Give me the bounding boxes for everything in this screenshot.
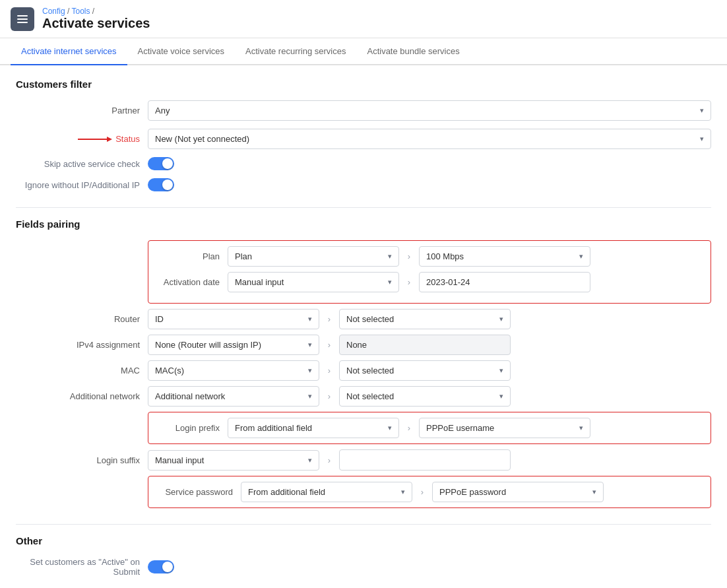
service-password-left-value: From additional field [248,487,325,497]
service-password-arrow-icon: › [412,487,432,497]
mac-row: MAC MAC(s) ▾ › Not selected ▾ [16,360,711,381]
ignore-ip-row: Ignore without IP/Additional IP [16,178,711,191]
additional-network-left-chevron: ▾ [308,392,312,401]
login-prefix-arrow-icon: › [399,423,419,433]
plan-right-chevron: ▾ [579,252,583,261]
plan-left-value: Plan [235,251,252,261]
tab-recurring[interactable]: Activate recurring services [235,38,356,65]
login-prefix-left-chevron: ▾ [388,424,392,432]
mac-left-select[interactable]: MAC(s) ▾ [148,360,319,381]
skip-active-toggle[interactable] [148,157,174,170]
ipv4-left-select[interactable]: None (Router will assign IP) ▾ [148,335,319,355]
ipv4-right-value: None [346,340,367,350]
skip-active-thumb [162,158,173,169]
set-active-toggle[interactable] [148,560,174,573]
activation-right [419,272,590,292]
activation-date-label: Activation date [155,277,228,287]
mac-label: MAC [16,366,148,376]
login-suffix-row: Login suffix Manual input ▾ › [16,449,711,471]
plan-arrow-icon: › [399,251,419,261]
additional-network-arrow-icon: › [319,391,339,401]
mac-left-value: MAC(s) [155,366,184,376]
fields-pairing-title: Fields pairing [16,218,711,230]
plan-left-select[interactable]: Plan ▾ [228,246,399,267]
ipv4-right: None [339,335,511,355]
service-password-label-space [16,476,148,508]
router-left: ID ▾ [148,309,319,329]
plan-label: Plan [155,251,228,261]
ignore-ip-field [148,178,711,191]
status-field: New (Not yet connected) ▾ [148,129,711,149]
plan-group-wrapper: Plan Plan ▾ › 100 Mbps ▾ [16,240,711,304]
plan-row: Plan Plan ▾ › 100 Mbps ▾ [155,246,704,267]
ipv4-right-value-box: None [339,335,511,355]
login-prefix-group-box: Login prefix From additional field ▾ › P… [148,412,711,444]
login-prefix-label-space [16,412,148,444]
service-password-left-select[interactable]: From additional field ▾ [241,482,412,502]
breadcrumb-config[interactable]: Config [42,7,65,16]
tab-bundle[interactable]: Activate bundle services [356,38,470,65]
login-prefix-right-select[interactable]: PPPoE username ▾ [419,418,590,438]
login-suffix-right-box [339,449,511,471]
service-password-right-select[interactable]: PPPoE password ▾ [432,482,604,502]
app-icon [11,7,34,31]
customers-filter-section: Customers filter Partner Any ▾ [16,79,711,191]
mac-left-chevron: ▾ [308,366,312,375]
ignore-ip-toggle[interactable] [148,178,174,191]
set-active-field [148,560,711,573]
router-label: Router [16,314,148,324]
partner-row: Partner Any ▾ [16,100,711,121]
plan-right-select[interactable]: 100 Mbps ▾ [419,246,590,267]
router-right-chevron: ▾ [499,315,503,323]
skip-active-label: Skip active service check [16,159,148,169]
set-active-label: Set customers as "Active" on Submit [16,557,148,577]
login-prefix-row: Login prefix From additional field ▾ › P… [155,418,704,438]
additional-network-left-select[interactable]: Additional network ▾ [148,386,319,407]
activation-left-select[interactable]: Manual input ▾ [228,272,399,292]
main-content: Customers filter Partner Any ▾ [0,65,727,588]
status-select[interactable]: New (Not yet connected) ▾ [148,129,711,149]
plan-right-value: 100 Mbps [426,251,464,261]
login-prefix-group-wrapper: Login prefix From additional field ▾ › P… [16,412,711,444]
login-suffix-left-select[interactable]: Manual input ▾ [148,450,319,471]
login-prefix-right: PPPoE username ▾ [419,418,590,438]
activation-left-value: Manual input [235,277,284,287]
login-prefix-right-chevron: ▾ [579,424,583,432]
activation-date-input[interactable] [419,272,590,292]
mac-right: Not selected ▾ [339,360,511,381]
tab-voice[interactable]: Activate voice services [127,38,236,65]
plan-left: Plan ▾ [228,246,399,267]
additional-network-right-select[interactable]: Not selected ▾ [339,386,511,407]
partner-select[interactable]: Any ▾ [148,100,711,121]
login-prefix-left-select[interactable]: From additional field ▾ [228,418,399,438]
ipv4-left: None (Router will assign IP) ▾ [148,335,319,355]
partner-field: Any ▾ [148,100,711,121]
router-row: Router ID ▾ › Not selected ▾ [16,309,711,329]
service-password-row: Service password From additional field ▾… [155,482,704,502]
divider-2 [16,524,711,525]
router-right: Not selected ▾ [339,309,511,329]
ignore-ip-label: Ignore without IP/Additional IP [16,180,148,190]
service-password-right: PPPoE password ▾ [432,482,604,502]
activation-left-chevron: ▾ [388,278,392,286]
router-left-select[interactable]: ID ▾ [148,309,319,329]
ipv4-row: IPv4 assignment None (Router will assign… [16,335,711,355]
ipv4-left-value: None (Router will assign IP) [155,340,261,350]
login-prefix-left: From additional field ▾ [228,418,399,438]
breadcrumb-tools[interactable]: Tools [72,7,90,16]
ipv4-left-chevron: ▾ [308,341,312,349]
additional-network-row: Additional network Additional network ▾ … [16,386,711,407]
mac-right-select[interactable]: Not selected ▾ [339,360,511,381]
ipv4-arrow-icon: › [319,340,339,350]
login-prefix-right-value: PPPoE username [426,423,494,433]
additional-network-left-value: Additional network [155,391,225,401]
tab-internet[interactable]: Activate internet services [11,38,127,65]
router-right-value: Not selected [346,314,394,324]
skip-active-row: Skip active service check [16,157,711,170]
additional-network-right-value: Not selected [346,391,394,401]
customers-filter-title: Customers filter [16,79,711,90]
mac-arrow-icon: › [319,366,339,376]
login-suffix-left-chevron: ▾ [308,456,312,465]
router-right-select[interactable]: Not selected ▾ [339,309,511,329]
skip-active-field [148,157,711,170]
